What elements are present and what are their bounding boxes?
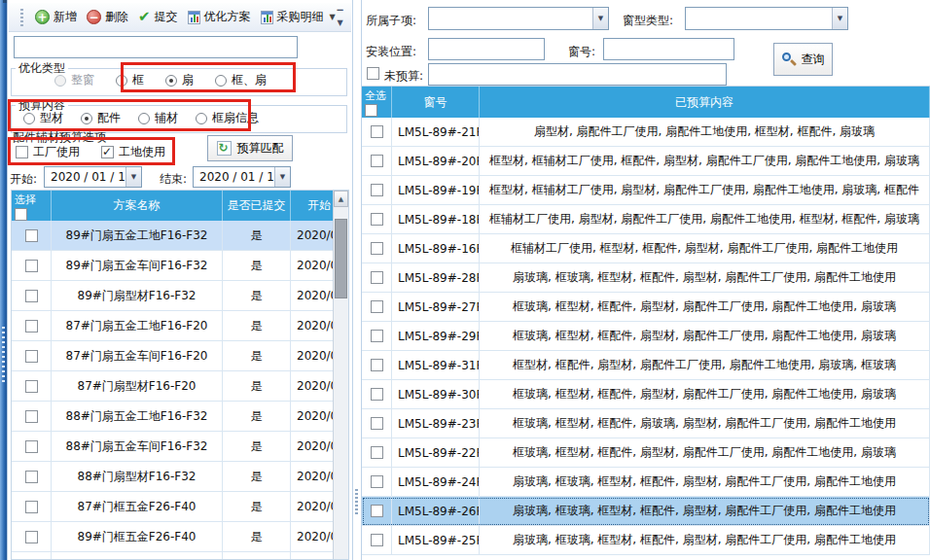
row-checkbox[interactable] (371, 505, 383, 517)
row-checkbox[interactable] (25, 229, 38, 242)
radio-option[interactable]: 框、扇 (215, 72, 267, 88)
optimize-plan-button[interactable]: 优化方案 (188, 9, 251, 25)
table-row[interactable]: LM5L-89#-24F22扇玻璃, 框玻璃, 框型材, 框配件, 扇型材, 扇… (362, 468, 930, 497)
row-checkbox[interactable] (371, 213, 383, 226)
radio-option[interactable]: 框扇信息 (196, 110, 259, 126)
table-row[interactable]: 88#门扇五金工地F16-F32是2020/0 (12, 402, 348, 432)
row-checkbox[interactable] (371, 125, 383, 138)
table-row[interactable]: LM5L-89#-20F18框型材, 框辅材工厂使用, 框配件, 扇型材, 扇配… (362, 147, 930, 176)
budget-match-button[interactable]: 预算匹配 (207, 135, 293, 161)
table-row[interactable]: 89#门扇型材F16-F32是2020/0 (12, 281, 348, 311)
table-row[interactable]: 87#门框五金F26-F40是2020/0 (12, 492, 348, 522)
chevron-down-icon[interactable]: ▼ (592, 8, 608, 29)
budgeted-content-column-header[interactable]: 已预算内容 (480, 87, 930, 118)
row-checkbox[interactable] (371, 271, 383, 284)
select-all-checkbox[interactable] (15, 208, 27, 221)
radio-option[interactable]: 扇 (165, 72, 194, 88)
table-row[interactable]: LM5L-89#-19F17框型材, 框辅材工厂使用, 扇型材, 扇配件工厂使用… (362, 176, 930, 205)
chevron-down-icon[interactable]: ▼ (274, 167, 290, 187)
row-checkbox[interactable] (371, 534, 383, 546)
row-checkbox[interactable] (25, 350, 38, 363)
table-row[interactable]: LM5L-89#-28F26扇玻璃, 框玻璃, 框型材, 框配件, 扇型材, 扇… (362, 263, 930, 293)
radio-option[interactable]: 型材 (23, 110, 63, 126)
plan-name-column-header[interactable]: 方案名称 (52, 191, 223, 221)
table-row[interactable]: LM5L-89#-21F19扇型材, 扇配件工厂使用, 扇配件工地使用, 框型材… (362, 118, 930, 147)
add-button[interactable]: + 新增 (35, 9, 77, 25)
table-row[interactable]: LM5L-89#-31F29框型材, 框配件, 扇型材, 扇配件工厂使用, 扇配… (362, 351, 930, 380)
budgeted-content-cell: 框辅材工厂使用, 扇型材, 扇配件工厂使用, 扇配件工地使用, 框型材, 框配件… (480, 205, 930, 233)
row-checkbox[interactable] (371, 330, 383, 342)
radio-option[interactable]: 配件 (81, 110, 121, 126)
select-all-checkbox[interactable] (365, 104, 377, 117)
purchase-detail-button[interactable]: 采购明细 ▼ (261, 9, 336, 25)
row-checkbox[interactable] (25, 380, 38, 393)
row-checkbox[interactable] (371, 242, 383, 255)
window-budget-table-header: 全选 窗号 已预算内容 (362, 87, 930, 118)
install-position-input[interactable] (428, 38, 545, 60)
radio-option[interactable]: 辅材 (138, 110, 178, 126)
table-row[interactable]: LM5L-89#-22F20框玻璃, 框型材, 框配件, 扇型材, 扇配件工厂使… (362, 438, 930, 468)
sub-item-combo[interactable]: ▼ (428, 7, 609, 30)
scroll-up-arrow-icon[interactable]: ▲ (334, 191, 348, 207)
table-row[interactable]: LM5L-89#-16F15框辅材工厂使用, 框型材, 框配件, 扇型材, 扇配… (362, 234, 930, 263)
window-no-input[interactable] (603, 38, 734, 60)
table-row[interactable]: LM5L-89#-26F24扇玻璃, 框玻璃, 框型材, 框配件, 扇型材, 扇… (362, 497, 930, 526)
table-row[interactable]: 88#门扇型材F16-F32是2020/0 (12, 462, 348, 492)
row-checkbox[interactable] (371, 475, 383, 488)
table-row[interactable]: LM5L-89#-29F27框玻璃, 框型材, 框配件, 扇型材, 扇配件工厂使… (362, 322, 930, 351)
table-row[interactable]: 87#门扇五金工地F16-F20是2020/0 (12, 311, 348, 341)
window-no-column-header[interactable]: 窗号 (392, 87, 480, 118)
row-checkbox[interactable] (371, 446, 383, 459)
plan-filter-input[interactable] (14, 36, 298, 58)
row-checkbox[interactable] (25, 320, 38, 332)
query-button[interactable]: 查询 (773, 43, 833, 76)
row-checkbox[interactable] (25, 471, 38, 483)
table-row[interactable]: 89#门扇五金工地F16-F32是2020/0 (12, 221, 348, 251)
table-row[interactable]: 88#门扇五金车间F16-F32是2020/0 (12, 432, 348, 462)
toolbar-grip[interactable] (20, 9, 23, 26)
row-checkbox[interactable] (25, 531, 38, 543)
table-row[interactable]: LM5L-89#-30F28框玻璃, 框型材, 框配件, 扇型材, 扇配件工厂使… (362, 380, 930, 409)
row-checkbox[interactable] (25, 440, 38, 453)
splitter-grip[interactable] (355, 489, 358, 514)
row-checkbox[interactable] (371, 359, 383, 371)
dock-strip[interactable] (0, 0, 7, 560)
table-row[interactable]: 89#门框五金F26-F40是2020/0 (12, 522, 348, 552)
delete-button[interactable]: − 删除 (87, 9, 128, 25)
chevron-down-icon[interactable]: ▼ (832, 8, 847, 29)
table-row[interactable]: 87#门扇型材F16-F20是2020/0 (12, 371, 348, 402)
chevron-down-icon[interactable]: ▼ (125, 167, 141, 187)
table-row[interactable]: 88#门框五金F21-F40是2020/0 (12, 552, 348, 560)
table-row[interactable]: 89#门扇五金车间F16-F32是2020/0 (12, 251, 348, 281)
dock-grip-handle[interactable] (2, 327, 5, 383)
date-end-picker[interactable]: 2020 / 01 / 13 ▼ (193, 166, 291, 188)
row-checkbox[interactable] (25, 290, 38, 302)
table-row[interactable]: 87#门扇五金车间F16-F20是2020/0 (12, 341, 348, 371)
submit-button[interactable]: ✔ 提交 (138, 9, 178, 25)
no-budget-checkbox[interactable] (367, 67, 379, 80)
window-type-combo[interactable]: ▼ (685, 7, 848, 30)
row-checkbox[interactable] (371, 417, 383, 430)
panel-splitter[interactable] (352, 0, 362, 560)
checkbox-option[interactable]: 工厂使用 (16, 144, 80, 160)
submitted-column-header[interactable]: 是否已提交 (223, 191, 291, 221)
row-checkbox[interactable] (25, 260, 38, 272)
table-row[interactable]: LM5L-89#-23F21框玻璃, 框型材, 框配件, 扇玻璃, 扇型材, 扇… (362, 409, 930, 438)
row-checkbox[interactable] (371, 300, 383, 313)
radio-option[interactable]: 框 (116, 72, 144, 88)
table-row[interactable]: LM5L-89#-25F23扇玻璃, 框玻璃, 框型材, 框配件, 扇型材, 扇… (362, 526, 930, 555)
checkbox-option[interactable]: 工地使用 (101, 144, 165, 160)
row-checkbox[interactable] (371, 184, 383, 196)
row-checkbox[interactable] (25, 501, 38, 513)
no-budget-input[interactable] (428, 63, 727, 86)
vertical-scrollbar[interactable]: ▲ (333, 191, 348, 559)
row-checkbox[interactable] (25, 410, 38, 423)
table-row[interactable]: LM5L-89#-18F16框辅材工厂使用, 扇型材, 扇配件工厂使用, 扇配件… (362, 205, 930, 234)
scrollbar-thumb[interactable] (335, 219, 347, 298)
row-checkbox[interactable] (371, 388, 383, 401)
row-checkbox[interactable] (371, 155, 383, 167)
plan-table: 选择 方案名称 是否已提交 开始 89#门扇五金工地F16-F32是2020/0… (11, 190, 349, 560)
table-row[interactable]: LM5L-89#-27F25框玻璃, 框型材, 框配件, 扇型材, 扇配件工厂使… (362, 293, 930, 322)
date-start-picker[interactable]: 2020 / 01 / 1 ▼ (44, 166, 142, 188)
toolbar-overflow-button[interactable]: ▔▼ (334, 10, 346, 29)
